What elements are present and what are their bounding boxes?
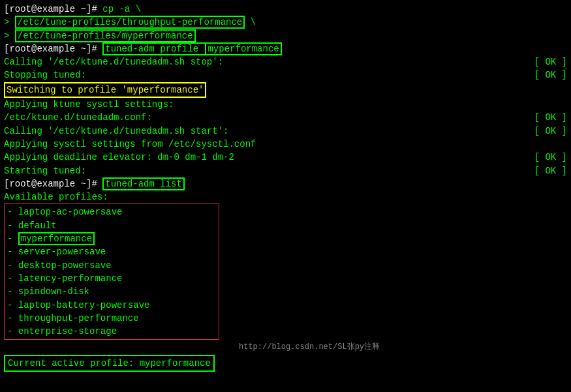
cmd-highlight-1: tuned-adm profile — [102, 42, 206, 55]
continuation-2: > — [4, 31, 15, 41]
prompt-2: [root@example ~]# — [4, 44, 102, 54]
line-7: Switching to profile 'myperformance' — [4, 82, 567, 98]
prompt: [root@example ~]# — [4, 4, 102, 14]
stopping-tuned: Stopping tuned: — [4, 68, 86, 82]
line-1: [root@example ~]# cp -a \ — [4, 3, 567, 16]
calling-stop: Calling '/etc/ktune.d/tunedadm.sh stop': — [4, 55, 223, 68]
profile-text-2: - default — [7, 220, 57, 231]
applying-ktune: Applying ktune sysctl settings: — [4, 99, 174, 110]
ok-4: [ OK ] — [534, 125, 567, 138]
available-profiles: Available profiles: — [4, 192, 108, 202]
ok-5: [ OK ] — [534, 151, 567, 164]
profile-text-5: - latency-performance — [7, 273, 122, 284]
current-profile-bar: Current active profile: myperformance — [4, 355, 567, 372]
line-12: Applying deadline elevator: dm-0 dm-1 dm… — [4, 151, 567, 164]
cmd-highlight-3: tuned-adm list — [102, 177, 185, 190]
cmd-highlight-2: myperformance — [205, 42, 281, 55]
line-11: Applying sysctl settings from /etc/sysct… — [4, 138, 567, 151]
ok-2: [ OK ] — [534, 68, 567, 82]
line-4: [root@example ~]# tuned-adm profile mype… — [4, 42, 567, 55]
watermark: http://blog.csdn.net/SL张py注释 — [239, 342, 380, 352]
profile-text-7: - laptop-battery-powersave — [7, 300, 149, 310]
ktune-conf: /etc/ktune.d/tunedadm.conf: — [4, 111, 152, 124]
profile-text-3: - server-powersave — [7, 247, 106, 257]
continuation: > — [4, 17, 15, 27]
switching-highlight: Switching to profile 'myperformance' — [4, 82, 206, 98]
command: cp -a \ — [102, 4, 141, 14]
profile-text-6: - spindown-disk — [7, 286, 89, 297]
profiles-box: - laptop-ac-powersave - default - myperf… — [4, 204, 219, 340]
line-13: Starting tuned: [ OK ] — [4, 164, 567, 177]
profile-server: - server-powersave — [7, 245, 216, 258]
profile-dash: - — [7, 234, 18, 244]
line-10: Calling '/etc/ktune.d/tunedadm.sh start'… — [4, 125, 567, 138]
profile-myperformance-highlight: myperformance — [18, 232, 95, 245]
line-8: Applying ktune sysctl settings: — [4, 98, 567, 111]
starting-tuned: Starting tuned: — [4, 164, 86, 177]
profile-laptop-battery: - laptop-battery-powersave — [7, 299, 216, 312]
line-15: Available profiles: — [4, 190, 567, 204]
line-6: Stopping tuned: [ OK ] — [4, 68, 567, 82]
backslash: \ — [245, 17, 256, 27]
profile-text-8: - throughput-performance — [7, 313, 139, 324]
profile-text: - laptop-ac-powersave — [7, 207, 122, 217]
deadline-elevator: Applying deadline elevator: dm-0 dm-1 dm… — [4, 151, 234, 164]
profile-myperformance: - myperformance — [7, 232, 216, 245]
applying-sysctl: Applying sysctl settings from /etc/sysct… — [4, 139, 256, 149]
line-14: [root@example ~]# tuned-adm list — [4, 177, 567, 190]
ok-3: [ OK ] — [534, 111, 567, 124]
profile-throughput: - throughput-performance — [7, 312, 216, 325]
calling-start: Calling '/etc/ktune.d/tunedadm.sh start'… — [4, 125, 228, 138]
ok-1: [ OK ] — [534, 55, 567, 68]
line-2: > /etc/tune-profiles/throughput-performa… — [4, 16, 567, 29]
profile-laptop-ac: - laptop-ac-powersave — [7, 205, 216, 219]
profile-latency: - latency-performance — [7, 272, 216, 285]
prompt-3: [root@example ~]# — [4, 179, 102, 189]
path-highlight-1: /etc/tune-profiles/throughput-performanc… — [15, 16, 245, 29]
line-5: Calling '/etc/ktune.d/tunedadm.sh stop':… — [4, 55, 567, 68]
line-9: /etc/ktune.d/tunedadm.conf: [ OK ] — [4, 111, 567, 124]
profile-spindown: - spindown-disk — [7, 285, 216, 298]
ok-6: [ OK ] — [534, 164, 567, 177]
profile-desktop: - desktop-powersave — [7, 259, 216, 272]
terminal: [root@example ~]# cp -a \ > /etc/tune-pr… — [4, 3, 567, 372]
profile-enterprise: - enterprise-storage — [7, 325, 216, 338]
path-highlight-2: /etc/tune-profiles/myperformance — [15, 29, 196, 42]
line-3: > /etc/tune-profiles/myperformance — [4, 29, 567, 42]
profile-text-4: - desktop-powersave — [7, 260, 112, 271]
profile-text-9: - enterprise-storage — [7, 326, 117, 337]
profile-default: - default — [7, 219, 216, 232]
current-profile-text: Current active profile: myperformance — [4, 355, 215, 372]
